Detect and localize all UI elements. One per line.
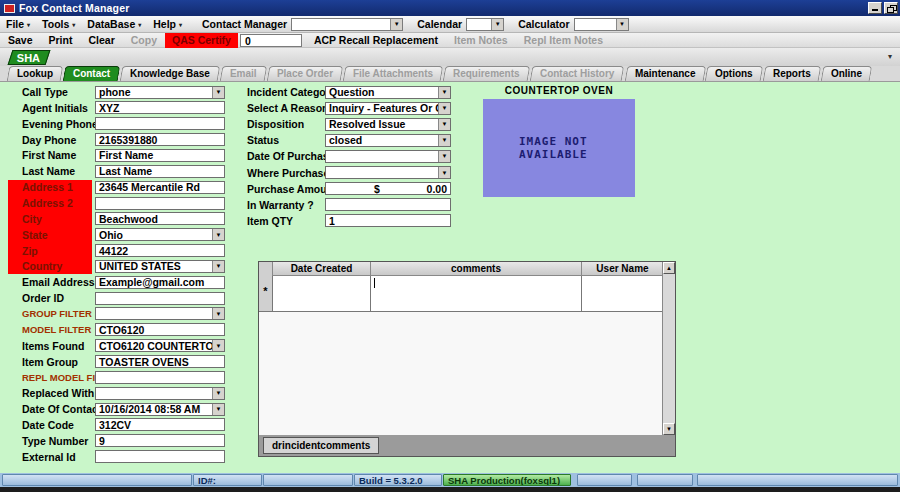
scroll-up-icon[interactable]: ▲ <box>663 262 675 274</box>
group-filter-select[interactable]: ▼ <box>95 307 225 320</box>
dropdown-arrow-icon[interactable]: ▼ <box>212 404 224 415</box>
day-phone-input[interactable]: 2165391880 <box>95 133 225 146</box>
column-header-date-created[interactable]: Date Created <box>273 262 371 276</box>
incident-category-select[interactable]: Question▼ <box>325 86 451 99</box>
restore-button[interactable] <box>884 2 898 14</box>
dropdown-arrow-icon[interactable]: ▼ <box>212 340 224 351</box>
menu-help[interactable]: Help▾ <box>147 18 188 30</box>
type-number-input[interactable]: 9 <box>95 434 225 447</box>
combo-label-calculator: Calculator <box>518 18 569 30</box>
tab-knowledge-base[interactable]: Knowledge Base <box>120 66 221 81</box>
tab-contact[interactable]: Contact <box>63 66 121 81</box>
tab-contact-history: Contact History <box>530 66 625 81</box>
combo-contact-manager[interactable]: ▼ <box>291 18 403 31</box>
last-name-input[interactable]: Last Name <box>95 165 225 178</box>
scroll-down-icon[interactable]: ▼ <box>663 423 675 435</box>
dropdown-arrow-icon[interactable]: ▼ <box>616 19 628 30</box>
status-sha-production-foxsql1: SHA Production(foxsql1) <box>443 474 571 486</box>
sha-button[interactable]: SHA <box>8 50 51 65</box>
dropdown-arrow-icon[interactable]: ▼ <box>212 261 224 272</box>
dropdown-arrow-icon[interactable]: ▼ <box>438 167 450 178</box>
field-row-date-of-contact: Date Of Contact10/16/2014 08:58 AM▼ <box>8 402 225 416</box>
field-row-date-code: Date Code312CV <box>8 418 225 432</box>
acp-recall-replacement-button[interactable]: ACP Recall Replacement <box>306 34 446 46</box>
external-id-input[interactable] <box>95 450 225 463</box>
item-qty-value: 1 <box>326 215 450 227</box>
dropdown-arrow-icon[interactable]: ▼ <box>390 19 402 30</box>
dropdown-arrow-icon[interactable]: ▼ <box>212 388 224 399</box>
purchase-amount-input[interactable]: $________0.00 <box>325 182 451 195</box>
tab-options[interactable]: Options <box>705 66 763 81</box>
where-purchased-label: Where Purchased <box>245 167 325 179</box>
dropdown-arrow-icon[interactable]: ▼ <box>212 308 224 319</box>
dropdown-arrow-icon[interactable]: ▼ <box>212 229 224 240</box>
combo-calendar[interactable]: ▼ <box>466 18 504 31</box>
city-input[interactable]: Beachwood <box>95 212 225 225</box>
repl-model-filter-input[interactable] <box>95 371 225 384</box>
select-a-reason-select[interactable]: Inquiry - Features Or Compariso▼ <box>325 102 451 115</box>
field-row-order-id: Order ID <box>8 291 225 305</box>
day-phone-label: Day Phone <box>8 134 95 146</box>
day-phone-value: 2165391880 <box>96 134 224 146</box>
toolbar-overflow-chevron-icon[interactable]: ▾ <box>888 52 892 61</box>
save-button[interactable]: Save <box>0 34 41 46</box>
dropdown-arrow-icon[interactable]: ▼ <box>212 87 224 98</box>
date-of-contact-select[interactable]: 10/16/2014 08:58 AM▼ <box>95 403 225 416</box>
address-1-input[interactable]: 23645 Mercantile Rd <box>95 181 225 194</box>
menu-file[interactable]: File▾ <box>0 18 36 30</box>
tab-label-reports: Reports <box>773 67 811 81</box>
country-value: UNITED STATES <box>96 260 212 272</box>
menu-tools[interactable]: Tools▾ <box>36 18 81 30</box>
menu-database[interactable]: DataBase▾ <box>81 18 147 30</box>
order-id-input[interactable] <box>95 292 225 305</box>
column-header-user-name[interactable]: User Name <box>582 262 664 276</box>
combo-calculator[interactable]: ▼ <box>574 18 629 31</box>
where-purchased-select[interactable]: ▼ <box>325 166 451 179</box>
call-type-select[interactable]: phone▼ <box>95 86 225 99</box>
email-address-input[interactable]: Example@gmail.com <box>95 276 225 289</box>
image-not-available-text: IMAGE NOT AVAILABLE <box>519 135 599 161</box>
comments-table-scrollbar[interactable]: ▲ ▼ <box>662 262 675 435</box>
status-select[interactable]: closed▼ <box>325 134 451 147</box>
evening-phone-input[interactable] <box>95 117 225 130</box>
items-found-select[interactable]: CTO6120 COUNTERTOP OVEN▼ <box>95 339 225 352</box>
dropdown-arrow-icon[interactable]: ▼ <box>438 151 450 162</box>
in-warranty-input[interactable] <box>325 198 451 211</box>
disposition-select[interactable]: Resolved Issue▼ <box>325 118 451 131</box>
qas-certify-button[interactable]: QAS Certify <box>165 33 238 48</box>
clear-button[interactable]: Clear <box>80 34 122 46</box>
dropdown-arrow-icon[interactable]: ▼ <box>438 87 450 98</box>
model-filter-input[interactable]: CTO6120 <box>95 323 225 336</box>
dropdown-arrow-icon[interactable]: ▼ <box>491 19 503 30</box>
status-value: closed <box>326 134 438 146</box>
date-code-input[interactable]: 312CV <box>95 418 225 431</box>
country-select[interactable]: UNITED STATES▼ <box>95 260 225 273</box>
column-header-comments[interactable]: comments <box>371 262 582 276</box>
menu-label-help: Help <box>153 18 176 30</box>
dropdown-arrow-icon[interactable]: ▼ <box>438 135 450 146</box>
date-of-purchase-select[interactable]: ▼ <box>325 150 451 163</box>
tab-lookup[interactable]: Lookup <box>7 66 64 81</box>
item-qty-input[interactable]: 1 <box>325 214 451 227</box>
minimize-button[interactable] <box>868 2 882 14</box>
tab-maintenance[interactable]: Maintenance <box>624 66 705 81</box>
tab-reports[interactable]: Reports <box>763 66 821 81</box>
zip-input[interactable]: 44122 <box>95 244 225 257</box>
tab-online[interactable]: Online <box>820 66 872 81</box>
dropdown-arrow-icon[interactable]: ▼ <box>438 119 450 130</box>
item-group-input[interactable]: TOASTER OVENS <box>95 355 225 368</box>
agent-initials-input[interactable]: XYZ <box>95 101 225 114</box>
address-2-input[interactable] <box>95 197 225 210</box>
cell-user_name[interactable] <box>582 276 664 312</box>
qas-counter-field[interactable]: 0 <box>240 34 302 47</box>
cell-date_created[interactable] <box>273 276 371 312</box>
replaced-with-select[interactable]: ▼ <box>95 387 225 400</box>
state-select[interactable]: Ohio▼ <box>95 228 225 241</box>
disposition-value: Resolved Issue <box>326 118 438 130</box>
new-row-marker: * <box>259 276 273 312</box>
print-button[interactable]: Print <box>41 34 81 46</box>
grid-tab-drincidentcomments[interactable]: drincidentcomments <box>263 437 379 454</box>
cell-comments[interactable] <box>371 276 582 312</box>
first-name-input[interactable]: First Name <box>95 149 225 162</box>
dropdown-arrow-icon[interactable]: ▼ <box>438 103 450 114</box>
